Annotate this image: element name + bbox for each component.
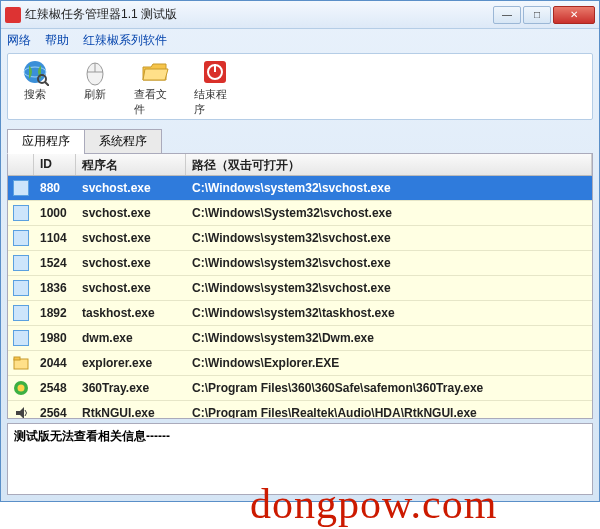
- cell-path: C:\Windows\system32\taskhost.exe: [186, 306, 592, 320]
- cell-name: svchost.exe: [76, 181, 186, 195]
- power-icon: [199, 58, 231, 86]
- svg-point-13: [18, 385, 25, 392]
- table-row[interactable]: 2564RtkNGUI.exeC:\Program Files\Realtek\…: [8, 401, 592, 418]
- folder-icon: [139, 58, 171, 86]
- process-icon: [8, 305, 34, 321]
- cell-id: 1892: [34, 306, 76, 320]
- search-label: 搜索: [24, 87, 46, 102]
- process-icon: [8, 355, 34, 371]
- menu-network[interactable]: 网络: [7, 32, 31, 49]
- mouse-icon: [79, 58, 111, 86]
- table-row[interactable]: 1524svchost.exeC:\Windows\system32\svcho…: [8, 251, 592, 276]
- process-icon: [8, 380, 34, 396]
- window-title: 红辣椒任务管理器1.1 测试版: [25, 6, 493, 23]
- status-pane: 测试版无法查看相关信息------: [7, 423, 593, 495]
- cell-id: 1000: [34, 206, 76, 220]
- titlebar[interactable]: 红辣椒任务管理器1.1 测试版 — □ ✕: [1, 1, 599, 29]
- cell-id: 880: [34, 181, 76, 195]
- cell-name: RtkNGUI.exe: [76, 406, 186, 418]
- process-icon: [8, 230, 34, 246]
- cell-path: C:\Program Files\360\360Safe\safemon\360…: [186, 381, 592, 395]
- table-row[interactable]: 1980dwm.exeC:\Windows\system32\Dwm.exe: [8, 326, 592, 351]
- process-icon: [8, 405, 34, 418]
- col-id[interactable]: ID: [34, 154, 76, 175]
- menubar: 网络 帮助 红辣椒系列软件: [1, 29, 599, 51]
- cell-path: C:\Windows\system32\svchost.exe: [186, 256, 592, 270]
- viewfile-label: 查看文件: [134, 87, 176, 117]
- cell-path: C:\Windows\System32\svchost.exe: [186, 206, 592, 220]
- app-icon: [5, 7, 21, 23]
- process-icon: [8, 280, 34, 296]
- menu-series[interactable]: 红辣椒系列软件: [83, 32, 167, 49]
- cell-name: dwm.exe: [76, 331, 186, 345]
- close-button[interactable]: ✕: [553, 6, 595, 24]
- tab-applications[interactable]: 应用程序: [7, 129, 85, 154]
- table-row[interactable]: 1836svchost.exeC:\Windows\system32\svcho…: [8, 276, 592, 301]
- table-row[interactable]: 880svchost.exeC:\Windows\system32\svchos…: [8, 176, 592, 201]
- toolbar-pane: 搜索 刷新 查看文件 结束程序: [7, 53, 593, 120]
- process-icon: [8, 180, 34, 196]
- cell-id: 2548: [34, 381, 76, 395]
- table-row[interactable]: 1000svchost.exeC:\Windows\System32\svcho…: [8, 201, 592, 226]
- cell-id: 2044: [34, 356, 76, 370]
- cell-path: C:\Windows\system32\svchost.exe: [186, 231, 592, 245]
- col-name[interactable]: 程序名: [76, 154, 186, 175]
- menu-help[interactable]: 帮助: [45, 32, 69, 49]
- globe-icon: [19, 58, 51, 86]
- cell-name: 360Tray.exe: [76, 381, 186, 395]
- table-row[interactable]: 1892taskhost.exeC:\Windows\system32\task…: [8, 301, 592, 326]
- cell-name: svchost.exe: [76, 256, 186, 270]
- toolbar: 搜索 刷新 查看文件 结束程序: [14, 58, 586, 117]
- end-process-button[interactable]: 结束程序: [194, 58, 236, 117]
- refresh-button[interactable]: 刷新: [74, 58, 116, 117]
- cell-name: svchost.exe: [76, 206, 186, 220]
- minimize-button[interactable]: —: [493, 6, 521, 24]
- process-icon: [8, 255, 34, 271]
- window-buttons: — □ ✕: [493, 6, 595, 24]
- cell-path: C:\Windows\Explorer.EXE: [186, 356, 592, 370]
- col-path[interactable]: 路径（双击可打开）: [186, 154, 592, 175]
- refresh-label: 刷新: [84, 87, 106, 102]
- cell-id: 1104: [34, 231, 76, 245]
- grid-header: ID 程序名 路径（双击可打开）: [8, 154, 592, 176]
- svg-line-3: [45, 82, 49, 86]
- table-row[interactable]: 2044explorer.exeC:\Windows\Explorer.EXE: [8, 351, 592, 376]
- col-icon[interactable]: [8, 154, 34, 175]
- cell-id: 2564: [34, 406, 76, 418]
- cell-path: C:\Windows\system32\svchost.exe: [186, 281, 592, 295]
- cell-path: C:\Windows\system32\Dwm.exe: [186, 331, 592, 345]
- end-label: 结束程序: [194, 87, 236, 117]
- cell-path: C:\Program Files\Realtek\Audio\HDA\RtkNG…: [186, 406, 592, 418]
- cell-name: explorer.exe: [76, 356, 186, 370]
- tab-system[interactable]: 系统程序: [84, 129, 162, 154]
- table-row[interactable]: 2548360Tray.exeC:\Program Files\360\360S…: [8, 376, 592, 401]
- tabs: 应用程序 系统程序: [7, 128, 593, 153]
- table-row[interactable]: 1104svchost.exeC:\Windows\system32\svcho…: [8, 226, 592, 251]
- process-grid: ID 程序名 路径（双击可打开） 880svchost.exeC:\Window…: [7, 153, 593, 419]
- search-button[interactable]: 搜索: [14, 58, 56, 117]
- cell-name: taskhost.exe: [76, 306, 186, 320]
- process-icon: [8, 205, 34, 221]
- cell-name: svchost.exe: [76, 281, 186, 295]
- svg-rect-11: [14, 357, 20, 360]
- maximize-button[interactable]: □: [523, 6, 551, 24]
- cell-name: svchost.exe: [76, 231, 186, 245]
- cell-id: 1836: [34, 281, 76, 295]
- svg-point-0: [24, 61, 46, 83]
- cell-id: 1980: [34, 331, 76, 345]
- cell-id: 1524: [34, 256, 76, 270]
- process-icon: [8, 330, 34, 346]
- cell-path: C:\Windows\system32\svchost.exe: [186, 181, 592, 195]
- viewfile-button[interactable]: 查看文件: [134, 58, 176, 117]
- grid-body[interactable]: 880svchost.exeC:\Windows\system32\svchos…: [8, 176, 592, 418]
- app-window: 红辣椒任务管理器1.1 测试版 — □ ✕ 网络 帮助 红辣椒系列软件 搜索 刷…: [0, 0, 600, 502]
